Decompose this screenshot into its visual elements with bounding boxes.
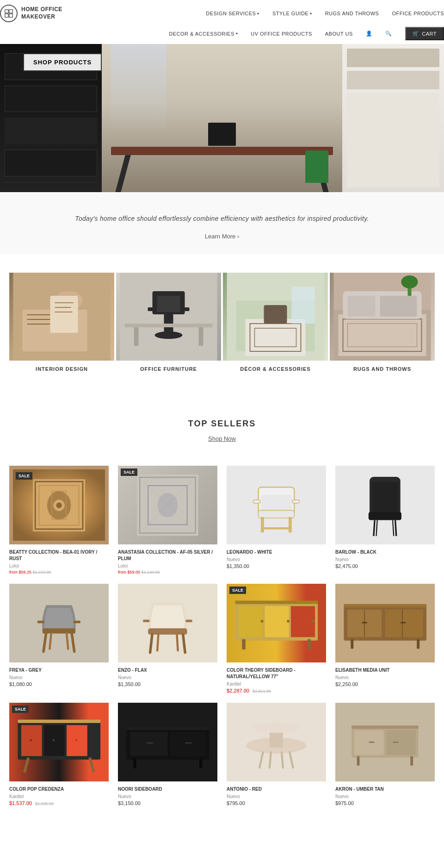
svg-rect-75	[74, 621, 81, 624]
product-barlow[interactable]: BARLOW - BLACK Nuevo $2,475.00	[335, 466, 435, 575]
product-akron[interactable]: AKRON - UMBER TAN Nuevo $975.00	[335, 703, 435, 806]
svg-line-70	[43, 633, 46, 651]
category-rugs[interactable]: RUGS AND THROWS	[330, 273, 435, 377]
category-interior-image	[9, 273, 114, 361]
category-interior-label: INTERIOR DESIGN	[9, 361, 114, 377]
svg-rect-20	[183, 307, 190, 311]
search-icon[interactable]: 🔍	[385, 31, 392, 37]
product-grid: SALE BEATTY COLLECTION - BEA-01 IVORY / …	[0, 456, 444, 824]
svg-point-18	[155, 331, 183, 339]
svg-rect-0	[5, 10, 8, 13]
svg-rect-37	[348, 296, 376, 317]
product-anastasia[interactable]: SALE ANASTASIA COLLECTION - AF-05 SILVER…	[118, 466, 217, 575]
product-akron-brand: Nuevo	[335, 794, 435, 799]
shop-products-button[interactable]: SHOP PRODUCTS	[23, 53, 102, 71]
svg-rect-99	[400, 622, 406, 623]
svg-point-110	[75, 739, 77, 741]
cart-button[interactable]: 🛒 CART	[405, 27, 444, 40]
product-credenza[interactable]: SALE COLOR POP CREDENZA Kardiel	[9, 703, 109, 806]
svg-rect-56	[259, 510, 295, 518]
svg-rect-76	[148, 628, 187, 634]
svg-line-66	[395, 520, 396, 536]
svg-rect-101	[417, 639, 419, 649]
svg-point-88	[287, 620, 290, 623]
product-freya-name: FREYA - GREY	[9, 667, 109, 674]
hero-right-panel	[342, 44, 444, 192]
svg-point-108	[30, 739, 31, 741]
product-enzo-name: ENZO - FLAX	[118, 667, 217, 674]
svg-rect-100	[351, 639, 353, 649]
svg-rect-23	[199, 327, 204, 346]
logo[interactable]: HOME OFFICE MAKEOVER	[0, 5, 62, 22]
svg-rect-63	[372, 482, 398, 515]
product-freya[interactable]: FREYA - GREY Nuevo $1,080.00	[9, 584, 109, 693]
product-leonardo-brand: Nuevo	[227, 557, 326, 562]
svg-rect-91	[307, 639, 310, 649]
svg-rect-86	[291, 606, 315, 637]
svg-rect-3	[9, 14, 12, 17]
nav-decor[interactable]: DECOR & ACCESSORIES▾	[169, 31, 238, 37]
nav-uv-office[interactable]: UV OFFICE PRODUCTS	[251, 31, 312, 37]
category-rugs-label: RUGS AND THROWS	[330, 361, 435, 377]
svg-line-68	[393, 520, 394, 536]
svg-line-77	[150, 635, 152, 653]
sale-badge-anastasia: SALE	[121, 468, 137, 476]
svg-rect-84	[239, 606, 263, 637]
category-interior-design[interactable]: INTERIOR DESIGN	[9, 273, 114, 377]
nav-about-us[interactable]: ABOUT US	[325, 31, 353, 37]
svg-point-40	[401, 275, 418, 288]
svg-line-111	[25, 759, 28, 771]
svg-line-72	[49, 633, 51, 649]
tagline-section: Today's home office should effortlessly …	[0, 192, 444, 254]
product-antonio[interactable]: ANTONIO - RED Nuevo $795.00	[227, 703, 326, 806]
product-leonardo[interactable]: LEONARDO - WHITE Nuevo $1,350.00	[227, 466, 326, 575]
product-anastasia-price: from $59.00 $1,149.00	[118, 570, 217, 575]
learn-more-link[interactable]: Learn More	[205, 233, 239, 240]
product-credenza-price: $1,537.00 $1,925.00	[9, 800, 109, 806]
product-beatty-name: BEATTY COLLECTION - BEA-01 IVORY / RUST	[9, 549, 109, 562]
product-enzo[interactable]: ENZO - FLAX Nuevo $1,350.00	[118, 584, 217, 693]
svg-rect-82	[185, 619, 192, 622]
nav-design-services[interactable]: DESIGN SERVICES▾	[206, 11, 259, 16]
product-noori[interactable]: NOORI SIDEBOARD Nuevo $3,150.00	[118, 703, 217, 806]
product-noori-brand: Nuevo	[118, 794, 217, 799]
hero-section: SHOP PRODUCTS	[0, 44, 444, 192]
svg-line-71	[72, 633, 74, 651]
svg-rect-90	[242, 639, 245, 649]
svg-line-126	[290, 752, 293, 768]
svg-line-128	[282, 752, 283, 768]
top-sellers-section: TOP SELLERS Shop Now	[0, 396, 444, 456]
product-elisabeth-price: $2,250.00	[335, 681, 435, 687]
product-beatty[interactable]: SALE BEATTY COLLECTION - BEA-01 IVORY / …	[9, 466, 109, 575]
category-decor[interactable]: DÉCOR & ACCESSORIES	[223, 273, 328, 377]
nav-style-guide[interactable]: STYLE GUIDE▾	[272, 11, 312, 16]
product-akron-price: $975.00	[335, 800, 435, 806]
nav-office-products[interactable]: OFFICE PRODUCTS	[392, 11, 444, 16]
svg-rect-57	[261, 517, 264, 532]
svg-point-124	[253, 722, 300, 733]
product-credenza-name: COLOR POP CREDENZA	[9, 786, 109, 793]
sale-badge-beatty: SALE	[16, 472, 32, 480]
shop-now-link[interactable]: Shop Now	[208, 435, 236, 442]
svg-rect-98	[362, 622, 367, 623]
nav-rugs-throws[interactable]: RUGS AND THROWS	[325, 11, 379, 16]
product-elisabeth-image	[335, 584, 435, 662]
product-color-theory[interactable]: SALE COLOR THEORY SIDEBOARD - NATURAL/YE…	[227, 584, 326, 693]
category-office-furniture[interactable]: OFFICE FURNITURE	[116, 273, 221, 377]
user-icon[interactable]: 👤	[366, 31, 373, 37]
category-office-label: OFFICE FURNITURE	[116, 361, 221, 377]
svg-line-67	[376, 520, 377, 536]
tagline-text: Today's home office should effortlessly …	[37, 213, 407, 225]
svg-rect-120	[199, 758, 202, 768]
product-enzo-image	[118, 584, 217, 662]
product-color-theory-brand: Kardiel	[227, 681, 326, 687]
product-barlow-image	[335, 466, 435, 544]
svg-rect-22	[134, 327, 139, 346]
product-elisabeth[interactable]: ELISABETH MEDIA UNIT Nuevo $2,250.00	[335, 584, 435, 693]
svg-rect-16	[157, 296, 180, 312]
svg-rect-30	[292, 287, 315, 324]
svg-rect-33	[339, 314, 426, 356]
product-antonio-price: $795.00	[227, 800, 326, 806]
category-decor-label: DÉCOR & ACCESSORIES	[223, 361, 328, 377]
product-anastasia-image: SALE	[118, 466, 217, 544]
